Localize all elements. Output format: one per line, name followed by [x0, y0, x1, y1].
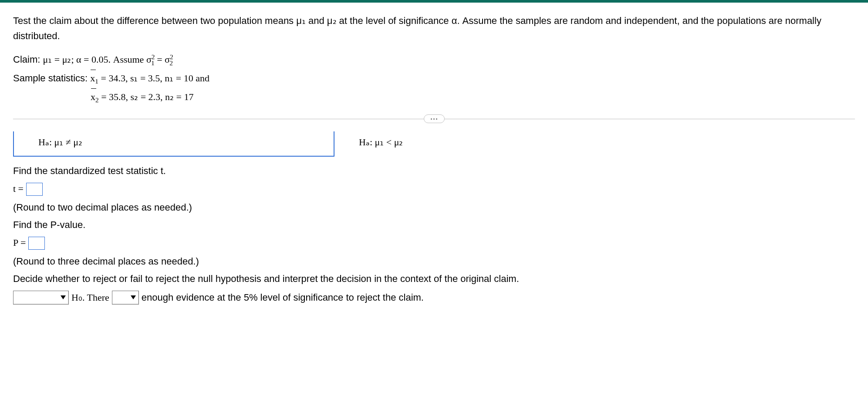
chevron-down-icon	[61, 295, 66, 299]
section-divider	[13, 119, 855, 119]
t-input-row: t =	[13, 183, 855, 196]
p-label: P =	[13, 237, 28, 248]
expand-pill-button[interactable]	[424, 114, 445, 123]
sample-stats-line2: x2 = 35.8, s₂ = 2.3, n₂ = 17	[91, 88, 855, 107]
p-value-input[interactable]	[28, 237, 45, 250]
find-t-prompt: Find the standardized test statistic t.	[13, 165, 855, 177]
find-p-prompt: Find the P-value.	[13, 219, 855, 231]
dot-icon	[433, 118, 435, 120]
conclusion-tail: enough evidence at the 5% level of signi…	[142, 292, 424, 303]
option-right-text: Hₐ: μ₁ < μ₂	[359, 137, 403, 147]
xbar2-sub: 2	[95, 96, 99, 104]
h0-text: H₀. There	[71, 292, 109, 303]
t-label: t =	[13, 183, 26, 194]
claim-expression: μ₁ = μ₂; α = 0.05. Assume	[43, 54, 146, 65]
hypothesis-options-row: Hₐ: μ₁ ≠ μ₂ Hₐ: μ₁ < μ₂	[13, 131, 855, 157]
sigma2-sub: 2	[169, 59, 173, 67]
claim-line: Claim: μ₁ = μ₂; α = 0.05. Assume σ21 = σ…	[13, 50, 855, 69]
claim-label: Claim:	[13, 54, 43, 65]
sample-stats-label: Sample statistics:	[13, 73, 90, 84]
xbar1-symbol: x	[90, 69, 95, 87]
dot-icon	[431, 118, 432, 120]
p-input-row: P =	[13, 237, 855, 250]
evidence-dropdown[interactable]	[112, 291, 139, 305]
option-selected[interactable]: Hₐ: μ₁ ≠ μ₂	[13, 131, 334, 157]
problem-content: Test the claim about the difference betw…	[0, 3, 868, 328]
intro-paragraph: Test the claim about the difference betw…	[13, 13, 855, 44]
t-round-note: (Round to two decimal places as needed.)	[13, 202, 855, 213]
equals-sigma: = σ	[155, 54, 170, 65]
sigma1-sub: 1	[151, 59, 155, 67]
t-value-input[interactable]	[26, 183, 43, 196]
stats-values-1: = 34.3, s₁ = 3.5, n₁ = 10 and	[98, 73, 209, 84]
xbar1-sub: 1	[95, 78, 98, 85]
decision-dropdown[interactable]	[13, 291, 69, 305]
stats-values-2: = 35.8, s₂ = 2.3, n₂ = 17	[99, 91, 194, 102]
option-unselected[interactable]: Hₐ: μ₁ < μ₂	[334, 131, 656, 157]
chevron-down-icon	[131, 295, 136, 299]
conclusion-row: H₀. There enough evidence at the 5% leve…	[13, 291, 855, 305]
p-round-note: (Round to three decimal places as needed…	[13, 256, 855, 267]
option-left-text: Hₐ: μ₁ ≠ μ₂	[38, 137, 82, 147]
sample-stats-line1: Sample statistics: x1 = 34.3, s₁ = 3.5, …	[13, 69, 855, 88]
dot-icon	[436, 118, 437, 120]
decide-prompt: Decide whether to reject or fail to reje…	[13, 273, 855, 285]
xbar2-symbol: x	[91, 88, 95, 106]
sigma1-sym: σ	[146, 54, 152, 65]
